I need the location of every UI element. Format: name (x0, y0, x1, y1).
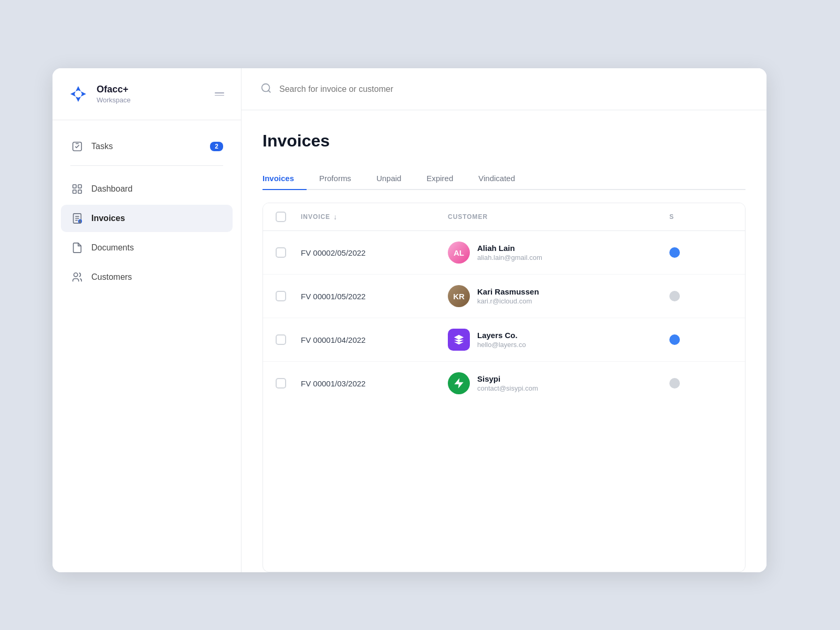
topbar (242, 68, 766, 110)
svg-point-9 (262, 83, 270, 91)
avatar: KR (448, 285, 470, 307)
logo-icon (67, 83, 89, 105)
page-title: Invoices (262, 131, 746, 151)
main-content: Invoices Invoices Proforms Unpaid Expire… (242, 68, 766, 572)
brand-name: Ofacc+ (97, 84, 205, 96)
tab-proforms[interactable]: Proforms (307, 167, 364, 190)
search-icon (260, 82, 272, 96)
select-all-checkbox[interactable] (276, 212, 286, 222)
customer-column-header: CUSTOMER (448, 212, 669, 222)
row-checkbox[interactable] (276, 378, 286, 388)
sidebar-item-tasks[interactable]: Tasks 2 (61, 133, 233, 160)
nav-divider (70, 165, 223, 166)
sidebar-item-documents[interactable]: Documents (61, 234, 233, 261)
customers-label: Customers (91, 272, 132, 282)
customer-email: contact@sisypi.com (477, 384, 538, 392)
svg-point-8 (74, 273, 78, 277)
sidebar-nav: Tasks 2 Dashboard (52, 120, 241, 306)
dashboard-icon (70, 182, 84, 196)
customer-name: Aliah Lain (477, 244, 542, 253)
customer-cell: Layers Co. hello@layers.co (448, 329, 669, 351)
invoice-number: FV 00001/03/2022 (301, 379, 448, 388)
row-checkbox[interactable] (276, 334, 286, 345)
invoice-column-header: INVOICE ↓ (301, 212, 448, 222)
customer-email: kari.r@icloud.com (477, 297, 539, 305)
customer-cell: Sisypi contact@sisypi.com (448, 372, 669, 394)
tasks-label: Tasks (91, 142, 113, 151)
svg-rect-1 (73, 185, 76, 188)
table-header: INVOICE ↓ CUSTOMER S (263, 203, 745, 231)
table-row[interactable]: FV 00002/05/2022 AL Aliah Lain aliah.lai… (263, 231, 745, 275)
tab-invoices[interactable]: Invoices (262, 167, 307, 190)
invoice-table: INVOICE ↓ CUSTOMER S FV 00002/05/2022 AL (262, 203, 746, 572)
customer-info: Layers Co. hello@layers.co (477, 331, 526, 349)
avatar (448, 372, 470, 394)
customer-cell: AL Aliah Lain aliah.lain@gmail.com (448, 242, 669, 264)
invoice-number: FV 00002/05/2022 (301, 248, 448, 257)
content-area: Invoices Invoices Proforms Unpaid Expire… (242, 110, 766, 572)
customer-email: hello@layers.co (477, 341, 526, 349)
status-indicator (669, 334, 680, 345)
sidebar-header: Ofacc+ Workspace (52, 68, 241, 120)
tasks-badge: 2 (210, 142, 223, 151)
row-checkbox[interactable] (276, 291, 286, 301)
row-checkbox[interactable] (276, 247, 286, 258)
tab-expired[interactable]: Expired (414, 167, 466, 190)
tasks-icon (70, 140, 84, 153)
table-row[interactable]: FV 00001/05/2022 KR Kari Rasmussen kari.… (263, 275, 745, 318)
status-column-header: S (669, 212, 732, 222)
status-indicator (669, 378, 680, 388)
documents-icon (70, 241, 84, 255)
sidebar-item-dashboard[interactable]: Dashboard (61, 175, 233, 203)
invoice-number: FV 00001/04/2022 (301, 335, 448, 344)
customer-info: Aliah Lain aliah.lain@gmail.com (477, 244, 542, 261)
workspace-switcher-button[interactable] (213, 90, 226, 98)
customer-info: Kari Rasmussen kari.r@icloud.com (477, 287, 539, 305)
customer-name: Sisypi (477, 374, 538, 383)
sidebar: Ofacc+ Workspace Tasks 2 (52, 68, 242, 572)
svg-rect-4 (78, 190, 81, 193)
search-input[interactable] (279, 85, 748, 94)
avatar (448, 329, 470, 351)
table-row[interactable]: FV 00001/03/2022 Sisypi contact@sisypi.c… (263, 362, 745, 405)
tab-unpaid[interactable]: Unpaid (364, 167, 414, 190)
documents-label: Documents (91, 243, 134, 253)
sidebar-item-customers[interactable]: Customers (61, 264, 233, 291)
dashboard-label: Dashboard (91, 184, 132, 194)
customer-name: Layers Co. (477, 331, 526, 340)
svg-rect-3 (73, 190, 76, 193)
status-indicator (669, 247, 680, 258)
customers-icon (70, 270, 84, 284)
avatar: AL (448, 242, 470, 264)
tabs-row: Invoices Proforms Unpaid Expired Vindica… (262, 167, 746, 190)
svg-rect-2 (78, 185, 81, 188)
customer-info: Sisypi contact@sisypi.com (477, 374, 538, 392)
customer-name: Kari Rasmussen (477, 287, 539, 296)
invoice-number: FV 00001/05/2022 (301, 292, 448, 301)
status-indicator (669, 291, 680, 301)
app-container: Ofacc+ Workspace Tasks 2 (52, 68, 766, 572)
sort-arrow-icon: ↓ (333, 213, 338, 221)
tab-vindicated[interactable]: Vindicated (466, 167, 528, 190)
brand-sub: Workspace (97, 96, 205, 104)
invoices-label: Invoices (91, 214, 125, 223)
table-row[interactable]: FV 00001/04/2022 Layers Co. hello@layers… (263, 318, 745, 362)
brand-text: Ofacc+ Workspace (97, 84, 205, 104)
customer-email: aliah.lain@gmail.com (477, 254, 542, 261)
sidebar-item-invoices[interactable]: $ Invoices (61, 205, 233, 232)
customer-cell: KR Kari Rasmussen kari.r@icloud.com (448, 285, 669, 307)
invoices-icon: $ (70, 212, 84, 225)
